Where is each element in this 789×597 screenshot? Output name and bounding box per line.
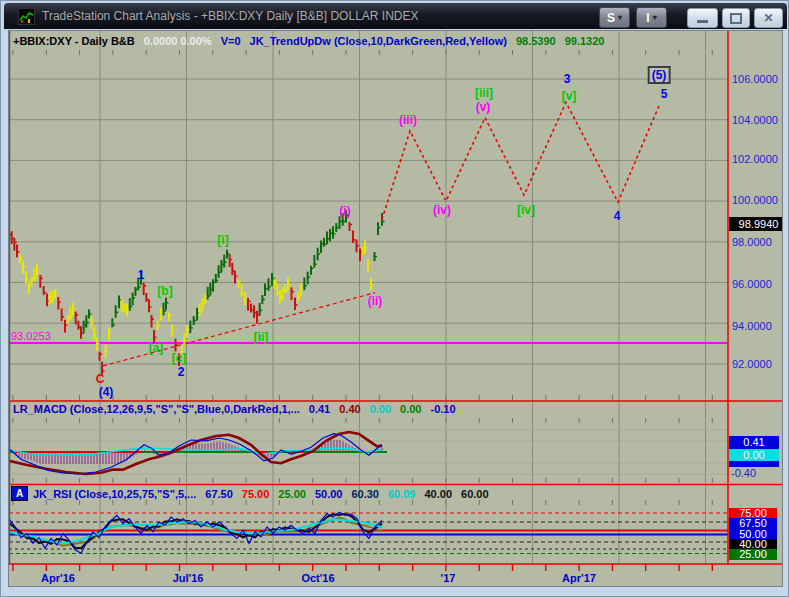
price-tick-label: 102.0000: [732, 153, 778, 165]
price-tick-label: 104.0000: [732, 114, 778, 126]
study-value: 25.00: [278, 488, 306, 500]
study-value: -0.10: [430, 403, 455, 415]
app-icon: [18, 8, 35, 25]
price-tick-label: 98.0000: [732, 236, 772, 248]
wave-label[interactable]: [iv]: [517, 203, 535, 217]
wave-label[interactable]: C: [96, 372, 105, 386]
wave-label[interactable]: 3: [564, 72, 571, 86]
x-axis-label: Jul'16: [173, 572, 204, 584]
macd-axis-box: 0.00: [729, 449, 779, 462]
study-value: 0.41: [309, 403, 330, 415]
wave-label[interactable]: (iv): [433, 203, 451, 217]
x-axis-label: Apr'17: [562, 572, 596, 584]
price-tick-label: 106.0000: [732, 73, 778, 85]
wave-label[interactable]: [a]: [149, 341, 164, 355]
wave-label[interactable]: 4: [614, 209, 621, 223]
price-header-segment: 0.0000 0.00%: [144, 35, 212, 47]
chevron-down-icon: ▾: [618, 13, 622, 22]
price-header-segment: V=0: [221, 35, 241, 47]
x-axis-label: '17: [441, 572, 456, 584]
window-bottom-frame: [4, 587, 787, 596]
symbol-dropdown-button[interactable]: S ▾: [599, 7, 630, 28]
alert-badge[interactable]: A: [11, 486, 28, 501]
study-value: 60.09: [388, 488, 416, 500]
study-value: 0.40: [339, 403, 360, 415]
macd-study-name: LR_MACD (Close,12,26,9,5,"S","S",Blue,0,…: [13, 403, 300, 415]
wave-label[interactable]: (5): [648, 66, 671, 84]
study-value: 0.00: [370, 403, 391, 415]
chart-canvas[interactable]: [9, 31, 782, 586]
price-header-segment: 99.1320: [565, 35, 605, 47]
price-header-segment: +BBIX:DXY - Daily B&B: [13, 35, 135, 47]
study-value: 0.00: [400, 403, 421, 415]
x-axis-label: Apr'16: [41, 572, 75, 584]
study-value: 60.30: [351, 488, 379, 500]
wave-label[interactable]: [c]: [172, 351, 187, 365]
wave-label[interactable]: [v]: [562, 89, 577, 103]
price-tick-label: 94.0000: [732, 320, 772, 332]
wave-label[interactable]: 5: [661, 87, 668, 101]
wave-label[interactable]: (4): [99, 385, 114, 399]
study-value: 75.00: [242, 488, 270, 500]
price-pane-header: +BBIX:DXY - Daily B&B0.0000 0.00%V=0JK_T…: [13, 35, 613, 47]
wave-label[interactable]: (i): [339, 204, 350, 218]
study-value: 50.00: [315, 488, 343, 500]
wave-label[interactable]: 1: [138, 268, 145, 282]
macd-axis-box: 0.41: [729, 436, 779, 449]
close-icon: ✕: [763, 11, 773, 25]
restore-icon: [730, 13, 742, 24]
close-button[interactable]: ✕: [754, 8, 783, 28]
price-tick-label: 96.0000: [732, 278, 772, 290]
wave-label[interactable]: (ii): [368, 294, 383, 308]
x-axis-label: Oct'16: [301, 572, 334, 584]
tradestation-window: TradeStation Chart Analysis - +BBIX:DXY …: [0, 0, 789, 597]
study-value: 67.50: [205, 488, 233, 500]
chevron-down-icon: ▾: [653, 13, 657, 22]
rsi-axis-box: 67.50: [729, 518, 777, 529]
current-price-box: 98.9940: [729, 217, 782, 231]
minimize-icon: [697, 20, 708, 23]
study-value: 60.00: [461, 488, 489, 500]
macd-header: LR_MACD (Close,12,26,9,5,"S","S",Blue,0,…: [13, 403, 456, 415]
wave-label[interactable]: (iii): [399, 113, 417, 127]
interval-dropdown-label: I: [646, 11, 649, 25]
wave-label[interactable]: [b]: [157, 284, 172, 298]
price-header-segment: JK_TrendUpDw (Close,10,DarkGreen,Red,Yel…: [250, 35, 507, 47]
wave-label[interactable]: [iii]: [475, 86, 493, 100]
rsi-header: A JK_RSI (Close,10,25,75,"S",5,...67.507…: [11, 486, 489, 501]
wave-label[interactable]: (v): [476, 100, 491, 114]
minimize-button[interactable]: [687, 8, 718, 28]
interval-dropdown-button[interactable]: I ▾: [636, 7, 667, 28]
rsi-axis-box: 25.00: [729, 549, 777, 560]
price-tick-label: 100.0000: [732, 194, 778, 206]
restore-button[interactable]: [722, 8, 750, 28]
macd-axis-label: -0.40: [731, 467, 756, 479]
symbol-dropdown-label: S: [607, 11, 615, 25]
wave-label[interactable]: 2: [178, 365, 185, 379]
study-value: 40.00: [424, 488, 452, 500]
price-header-segment: 98.5390: [516, 35, 556, 47]
window-titlebar[interactable]: TradeStation Chart Analysis - +BBIX:DXY …: [4, 3, 787, 29]
trendline-price-label: 93.0253: [11, 330, 51, 342]
price-tick-label: 92.0000: [732, 358, 772, 370]
rsi-study-name: JK_RSI (Close,10,25,75,"S",5,...: [33, 488, 196, 500]
wave-label[interactable]: [ii]: [254, 330, 269, 344]
chart-area[interactable]: +BBIX:DXY - Daily B&B0.0000 0.00%V=0JK_T…: [9, 31, 782, 586]
wave-label[interactable]: [i]: [217, 233, 228, 247]
window-title: TradeStation Chart Analysis - +BBIX:DXY …: [42, 3, 418, 29]
